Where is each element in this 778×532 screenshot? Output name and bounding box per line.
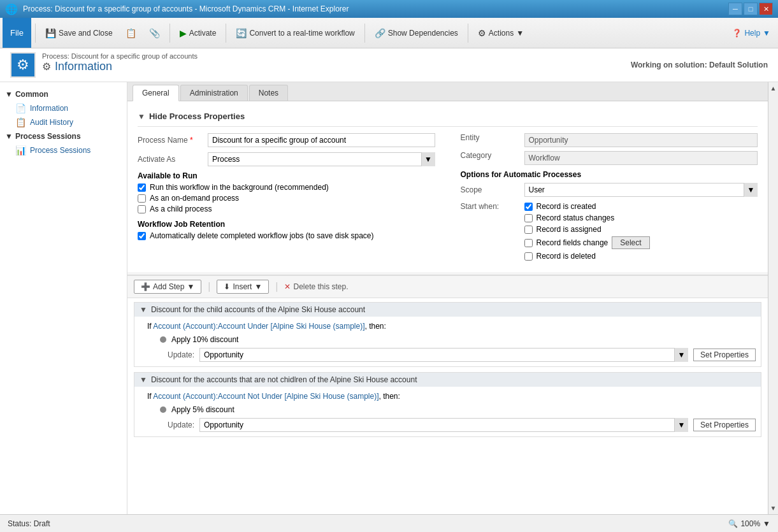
tab-notes[interactable]: Notes [249, 85, 288, 101]
checkbox-record-deleted[interactable] [524, 252, 533, 261]
zoom-dropdown-icon[interactable]: ▼ [763, 519, 770, 528]
section-header[interactable]: ▼ Hide Process Properties [138, 109, 758, 127]
delete-icon: ✕ [284, 282, 291, 291]
save-close-button[interactable]: 💾 Save and Close [40, 25, 119, 41]
attach-icon: 📋 [126, 28, 136, 38]
step-group-2: ▼ Discount for the accounts that are not… [134, 372, 761, 437]
step-update-row-2: Update: Opportunity ▼ Set Properties [134, 416, 761, 434]
steps-area: ➕ Add Step ▼ | ⬇ Insert ▼ | ✕ Delete thi… [127, 275, 768, 514]
working-on-solution: Working on solution: Default Solution [631, 61, 768, 69]
file-button[interactable]: File [3, 18, 31, 48]
actions-icon: ⚙ [478, 28, 486, 38]
scroll-up-arrow[interactable]: ▲ [768, 82, 778, 94]
zoom-level: 100% [740, 519, 760, 528]
label-fields-change: Record fields change [537, 238, 609, 247]
checkbox-record-assigned[interactable] [524, 226, 533, 234]
main-area: ▼ Common 📄 Information 📋 Audit History ▼… [0, 82, 778, 514]
paperclip-button[interactable]: 📎 [143, 25, 166, 41]
step-header-text-2: Discount for the accounts that are not c… [151, 375, 417, 384]
gear-icon: ⚙ [42, 61, 51, 73]
checkbox-fields-change[interactable] [524, 239, 533, 247]
restore-button[interactable]: □ [744, 3, 758, 15]
form-panel: ▼ Hide Process Properties Process Name A… [127, 101, 768, 272]
scroll-down-arrow[interactable]: ▼ [768, 502, 778, 514]
dependencies-icon: 🔗 [375, 28, 385, 38]
steps-toolbar: ➕ Add Step ▼ | ⬇ Insert ▼ | ✕ Delete thi… [127, 276, 768, 298]
checkbox-auto-delete[interactable] [138, 232, 146, 240]
toolbar-separator-5 [468, 24, 468, 43]
scope-label: Scope [461, 185, 524, 194]
sidebar-item-audit-history[interactable]: 📋 Audit History [0, 115, 127, 129]
set-properties-button-1[interactable]: Set Properties [693, 349, 756, 361]
activate-button[interactable]: ▶ Activate [174, 25, 222, 41]
title-bar: 🌐 Process: Discount for a specific group… [0, 0, 778, 18]
insert-icon: ⬇ [224, 282, 230, 291]
close-button[interactable]: ✕ [759, 3, 773, 15]
bullet-icon-2 [160, 406, 166, 413]
checkbox-record-created[interactable] [524, 203, 533, 211]
process-name-input[interactable] [208, 133, 435, 147]
scope-select-wrapper: User ▼ [524, 183, 758, 197]
tab-general[interactable]: General [133, 85, 179, 101]
help-icon: ❓ [732, 29, 742, 38]
sidebar-section-common[interactable]: ▼ Common [0, 87, 127, 101]
update-select-2[interactable]: Opportunity [199, 418, 688, 432]
set-properties-button-2[interactable]: Set Properties [693, 419, 756, 431]
checkbox-row-1: Run this workflow in the background (rec… [138, 183, 435, 192]
update-label-1: Update: [168, 350, 194, 359]
tab-administration[interactable]: Administration [180, 85, 248, 101]
audit-icon: 📋 [15, 117, 26, 127]
sidebar-item-information[interactable]: 📄 Information [0, 101, 127, 115]
checkbox-background[interactable] [138, 183, 146, 192]
actions-dropdown-icon: ▼ [516, 29, 524, 38]
process-sessions-icon: 📊 [15, 145, 26, 155]
start-when-deleted: Record is deleted [524, 252, 650, 261]
attach-button[interactable]: 📋 [120, 25, 142, 41]
checkbox-child-process[interactable] [138, 205, 146, 213]
zoom-icon: 🔍 [728, 519, 738, 528]
sidebar-section-process-sessions[interactable]: ▼ Process Sessions [0, 129, 127, 143]
step-collapse-1[interactable]: ▼ [140, 305, 147, 314]
help-button[interactable]: ❓ Help ▼ [727, 26, 775, 40]
activate-icon: ▶ [180, 28, 187, 38]
toolbar: File 💾 Save and Close 📋 📎 ▶ Activate 🔄 C… [0, 18, 778, 48]
insert-button[interactable]: ⬇ Insert ▼ [217, 280, 269, 294]
category-value: Workflow [524, 151, 758, 165]
page-header-left: ⚙ Process: Discount for a specific group… [10, 52, 198, 78]
activate-as-select[interactable]: Process [208, 152, 435, 166]
scope-select[interactable]: User [524, 183, 758, 197]
convert-button[interactable]: 🔄 Convert to a real-time workflow [230, 25, 360, 41]
minimize-button[interactable]: ─ [728, 3, 742, 15]
actions-button[interactable]: ⚙ Actions ▼ [472, 25, 529, 41]
start-when-row: Start when: Record is created Record sta… [461, 202, 758, 261]
paperclip-icon: 📎 [149, 28, 160, 38]
convert-icon: 🔄 [236, 28, 247, 38]
delete-step-button[interactable]: ✕ Delete this step. [284, 282, 348, 291]
add-step-dropdown-icon: ▼ [187, 282, 194, 291]
condition-link-1[interactable]: Account (Account):Account Under [Alpine … [153, 322, 364, 331]
category-row: Category Workflow [461, 151, 758, 165]
condition-link-2[interactable]: Account (Account):Account Not Under [Alp… [153, 392, 378, 401]
window-title: Process: Discount for a specific group o… [23, 4, 349, 13]
workflow-retention: Workflow Job Retention Automatically del… [138, 220, 435, 240]
activate-as-row: Activate As Process ▼ [138, 152, 435, 166]
steps-separator-2: | [275, 281, 278, 292]
update-label-2: Update: [168, 421, 194, 429]
sidebar: ▼ Common 📄 Information 📋 Audit History ▼… [0, 82, 127, 514]
add-step-icon: ➕ [141, 282, 150, 291]
checkbox-on-demand[interactable] [138, 194, 146, 203]
entity-row: Entity Opportunity [461, 133, 758, 147]
label-record-assigned: Record is assigned [537, 225, 602, 234]
sidebar-item-process-sessions[interactable]: 📊 Process Sessions [0, 143, 127, 157]
update-select-1[interactable]: Opportunity [199, 348, 688, 362]
select-button[interactable]: Select [612, 236, 649, 249]
page-title-area: Process: Discount for a specific group o… [42, 52, 198, 73]
help-dropdown-icon: ▼ [763, 29, 770, 38]
step-condition-1: If Account (Account):Account Under [Alpi… [134, 319, 761, 333]
add-step-button[interactable]: ➕ Add Step ▼ [134, 280, 201, 294]
checkbox-background-label: Run this workflow in the background (rec… [150, 183, 329, 192]
step-action-text-1: Apply 10% discount [171, 335, 756, 344]
step-collapse-2[interactable]: ▼ [140, 375, 147, 384]
show-dependencies-button[interactable]: 🔗 Show Dependencies [369, 25, 464, 41]
checkbox-status-changes[interactable] [524, 214, 533, 222]
